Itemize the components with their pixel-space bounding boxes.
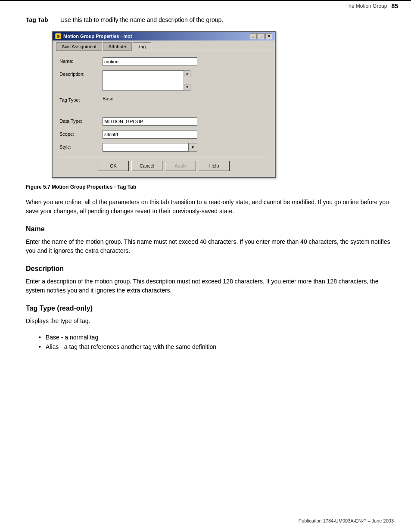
name-label: Name:	[59, 57, 103, 64]
dialog-body: Name: Description: ▲ ▼	[53, 51, 275, 177]
style-row: Style: ▼	[59, 143, 268, 152]
page-content: Tag Tab Use this tab to modify the name …	[0, 16, 411, 373]
scope-field	[103, 130, 268, 139]
dialog-buttons: OK Cancel Apply Help	[59, 157, 268, 171]
description-section-heading: Description	[26, 265, 394, 273]
tag-type-bullet-list: Base - a normal tag Alias - a tag that r…	[26, 333, 394, 352]
dialog-titlebar: ⚙ Motion Group Properties - mot _ □ ✕	[53, 32, 275, 40]
apply-button[interactable]: Apply	[165, 161, 196, 171]
spacer2	[59, 112, 268, 117]
dialog-tabs: Axis Assignment Attribute Tag	[53, 40, 275, 51]
tab-attribute[interactable]: Attribute	[103, 42, 132, 51]
description-textarea[interactable]	[103, 70, 190, 91]
scope-input[interactable]	[103, 130, 197, 139]
tag-tab-row: Tag Tab Use this tab to modify the name …	[26, 16, 394, 23]
style-field: ▼	[103, 143, 268, 152]
page-header: The Motion Group 85	[0, 0, 411, 11]
tag-type-row: Tag Type: Base	[59, 96, 268, 103]
description-row: Description: ▲ ▼	[59, 70, 268, 92]
tag-tab-label: Tag Tab	[26, 16, 52, 23]
tag-type-value-container: Base	[103, 96, 268, 101]
titlebar-left: ⚙ Motion Group Properties - mot	[55, 33, 132, 39]
dialog-window: ⚙ Motion Group Properties - mot _ □ ✕ Ax…	[52, 31, 276, 178]
tab-axis-assignment[interactable]: Axis Assignment	[56, 42, 102, 51]
tag-type-value: Base	[103, 95, 113, 101]
dialog-title: Motion Group Properties - mot	[63, 34, 132, 39]
titlebar-controls[interactable]: _ □ ✕	[250, 33, 272, 39]
description-field: ▲ ▼	[103, 70, 268, 92]
description-label: Description:	[59, 70, 103, 77]
scope-label: Scope:	[59, 130, 103, 137]
app-icon: ⚙	[55, 33, 61, 39]
data-type-label: Data Type:	[59, 117, 103, 124]
scroll-down-arrow[interactable]: ▼	[184, 84, 190, 91]
scope-row: Scope:	[59, 130, 268, 139]
style-input[interactable]	[103, 143, 189, 152]
name-row: Name:	[59, 57, 268, 66]
name-input[interactable]	[103, 57, 197, 66]
tag-type-label: Tag Type:	[59, 96, 103, 103]
spacer1	[59, 107, 268, 112]
name-section-text: Enter the name of the motion group. This…	[26, 237, 394, 255]
name-section-heading: Name	[26, 225, 394, 233]
description-scrollbar[interactable]: ▲ ▼	[184, 70, 190, 91]
data-type-input[interactable]	[103, 117, 197, 126]
figure-caption: Figure 5.7 Motion Group Properties - Tag…	[26, 184, 394, 190]
data-type-row: Data Type:	[59, 117, 268, 126]
page-footer: Publication 1784-UM003A-EN-P – June 2003	[299, 518, 394, 523]
intro-paragraph: When you are online, all of the paramete…	[26, 198, 394, 216]
tab-tag[interactable]: Tag	[133, 42, 152, 51]
style-label: Style:	[59, 143, 103, 149]
help-button[interactable]: Help	[199, 161, 230, 171]
list-item: Alias - a tag that references another ta…	[39, 342, 394, 352]
scroll-up-arrow[interactable]: ▲	[184, 70, 190, 77]
ok-button[interactable]: OK	[98, 161, 129, 171]
description-section-text: Enter a description of the motion group.…	[26, 277, 394, 295]
cancel-button[interactable]: Cancel	[131, 161, 162, 171]
data-type-field	[103, 117, 268, 126]
tag-tab-description: Use this tab to modify the name and desc…	[60, 16, 394, 23]
footer-text: Publication 1784-UM003A-EN-P – June 2003	[299, 518, 394, 523]
name-field	[103, 57, 268, 66]
close-button[interactable]: ✕	[265, 33, 272, 39]
section-title: The Motion Group	[346, 3, 387, 9]
minimize-button[interactable]: _	[250, 33, 257, 39]
maximize-button[interactable]: □	[258, 33, 265, 39]
style-dropdown-button[interactable]: ▼	[189, 143, 197, 152]
description-textarea-container: ▲ ▼	[103, 70, 190, 91]
list-item: Base - a normal tag	[39, 333, 394, 342]
tag-type-section-text: Displays the type of tag.	[26, 317, 394, 326]
page-number: 85	[391, 3, 398, 9]
tag-type-section-heading: Tag Type (read-only)	[26, 305, 394, 312]
